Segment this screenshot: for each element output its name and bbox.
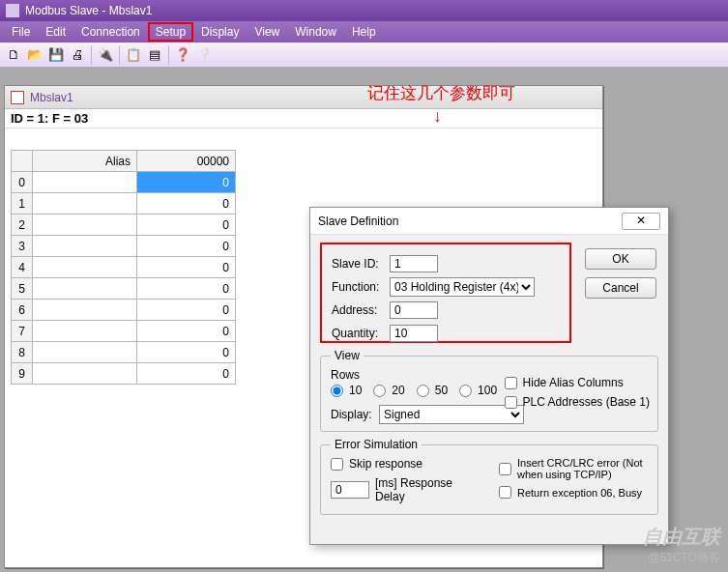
- table-row[interactable]: 50: [12, 278, 236, 300]
- rows-50-label: 50: [435, 384, 448, 397]
- alias-cell[interactable]: [33, 236, 137, 257]
- rows-50-radio[interactable]: [417, 385, 429, 397]
- row-header[interactable]: 6: [12, 300, 33, 321]
- column-header[interactable]: Alias: [33, 151, 137, 172]
- return-exception-label: Return exception 06, Busy: [517, 487, 642, 499]
- parameters-highlight-box: Slave ID: Function: 03 Holding Register …: [320, 243, 571, 343]
- menu-setup[interactable]: Setup: [148, 22, 193, 42]
- alias-cell[interactable]: [33, 363, 137, 385]
- dialog-title: Slave Definition: [318, 214, 398, 228]
- rows-100-radio[interactable]: [459, 385, 472, 397]
- row-header[interactable]: 9: [12, 363, 33, 385]
- row-header[interactable]: 3: [12, 236, 33, 257]
- display-select[interactable]: Signed: [379, 405, 524, 424]
- context-help-icon[interactable]: ❔: [194, 45, 214, 65]
- value-cell[interactable]: 0: [137, 214, 236, 236]
- register-grid[interactable]: Alias0000000102030405060708090: [11, 150, 236, 385]
- rows-10-label: 10: [349, 384, 362, 397]
- connect-icon[interactable]: 🔌: [96, 45, 115, 65]
- menu-connection[interactable]: Connection: [73, 22, 148, 42]
- slave-id-input[interactable]: [390, 255, 438, 272]
- function-select[interactable]: 03 Holding Register (4x): [390, 277, 535, 297]
- value-cell[interactable]: 0: [137, 278, 236, 300]
- alias-cell[interactable]: [33, 278, 137, 300]
- hide-alias-checkbox[interactable]: [505, 377, 517, 389]
- title-bar: Modbus Slave - Mbslav1: [0, 0, 728, 21]
- value-cell[interactable]: 0: [137, 193, 236, 214]
- table-row[interactable]: 00: [12, 172, 236, 193]
- table-row[interactable]: 40: [12, 257, 236, 278]
- skip-response-checkbox[interactable]: [331, 458, 343, 471]
- display-label: Display:: [331, 408, 379, 421]
- rows-20-radio[interactable]: [373, 385, 386, 397]
- row-header[interactable]: 2: [12, 214, 33, 236]
- row-header[interactable]: 7: [12, 321, 33, 342]
- props-icon[interactable]: 📋: [124, 45, 143, 65]
- open-icon[interactable]: 📂: [25, 45, 44, 65]
- row-header[interactable]: 8: [12, 342, 33, 363]
- function-label: Function:: [332, 280, 390, 294]
- row-header[interactable]: 1: [12, 193, 33, 214]
- menu-view[interactable]: View: [247, 22, 287, 42]
- new-icon[interactable]: 🗋: [4, 45, 23, 65]
- menu-display[interactable]: Display: [193, 22, 247, 42]
- plc-addresses-checkbox[interactable]: [505, 396, 517, 409]
- alias-cell[interactable]: [33, 214, 137, 236]
- document-info: ID = 1: F = 03: [5, 109, 602, 129]
- app-icon: [6, 4, 19, 17]
- slave-definition-dialog: Slave Definition ✕ Slave ID: Function: 0…: [309, 207, 669, 545]
- return-exception-checkbox[interactable]: [499, 486, 511, 499]
- response-delay-label: [ms] Response Delay: [375, 476, 480, 503]
- address-input[interactable]: [390, 301, 438, 319]
- close-button[interactable]: ✕: [622, 213, 660, 230]
- hide-alias-label: Hide Alias Columns: [523, 376, 624, 389]
- value-cell[interactable]: 0: [137, 363, 236, 385]
- value-cell[interactable]: 0: [137, 342, 236, 363]
- alias-cell[interactable]: [33, 193, 137, 214]
- menu-help[interactable]: Help: [344, 22, 384, 42]
- column-header[interactable]: 00000: [137, 151, 236, 172]
- error-simulation-group: Error Simulation Skip response [ms] Resp…: [320, 438, 658, 515]
- dialog-titlebar[interactable]: Slave Definition ✕: [310, 208, 668, 235]
- alias-cell[interactable]: [33, 257, 137, 278]
- annotation-text: 记住这几个参数即可: [367, 82, 515, 104]
- alias-cell[interactable]: [33, 172, 137, 193]
- quantity-input[interactable]: [390, 325, 438, 342]
- row-header[interactable]: 0: [12, 172, 33, 193]
- insert-crc-checkbox[interactable]: [499, 463, 511, 475]
- alias-cell[interactable]: [33, 321, 137, 342]
- table-row[interactable]: 60: [12, 300, 236, 321]
- ok-button[interactable]: OK: [585, 248, 656, 270]
- table-row[interactable]: 20: [12, 214, 236, 236]
- response-delay-input[interactable]: [331, 481, 369, 499]
- help-icon[interactable]: ❓: [173, 45, 192, 65]
- menu-bar: FileEditConnectionSetupDisplayViewWindow…: [0, 21, 728, 43]
- value-cell[interactable]: 0: [137, 257, 236, 278]
- rows-100-label: 100: [478, 384, 497, 397]
- value-cell[interactable]: 0: [137, 172, 236, 193]
- table-row[interactable]: 30: [12, 236, 236, 257]
- table-row[interactable]: 90: [12, 363, 236, 385]
- column-header[interactable]: [12, 151, 33, 172]
- menu-edit[interactable]: Edit: [38, 22, 73, 42]
- save-icon[interactable]: 💾: [46, 45, 66, 65]
- value-cell[interactable]: 0: [137, 300, 236, 321]
- row-header[interactable]: 5: [12, 278, 33, 300]
- alias-cell[interactable]: [33, 300, 137, 321]
- table-row[interactable]: 80: [12, 342, 236, 363]
- value-cell[interactable]: 0: [137, 236, 236, 257]
- menu-window[interactable]: Window: [287, 22, 344, 42]
- table-row[interactable]: 70: [12, 321, 236, 342]
- document-title: Mbslav1: [30, 91, 73, 104]
- address-label: Address:: [332, 303, 390, 317]
- alias-cell[interactable]: [33, 342, 137, 363]
- cancel-button[interactable]: Cancel: [585, 277, 656, 299]
- print-icon[interactable]: 🖨: [68, 45, 87, 65]
- rows-10-radio[interactable]: [331, 385, 343, 397]
- value-cell[interactable]: 0: [137, 321, 236, 342]
- row-header[interactable]: 4: [12, 257, 33, 278]
- exec-icon[interactable]: ▤: [145, 45, 164, 65]
- quantity-label: Quantity:: [332, 327, 390, 340]
- menu-file[interactable]: File: [4, 22, 38, 42]
- table-row[interactable]: 10: [12, 193, 236, 214]
